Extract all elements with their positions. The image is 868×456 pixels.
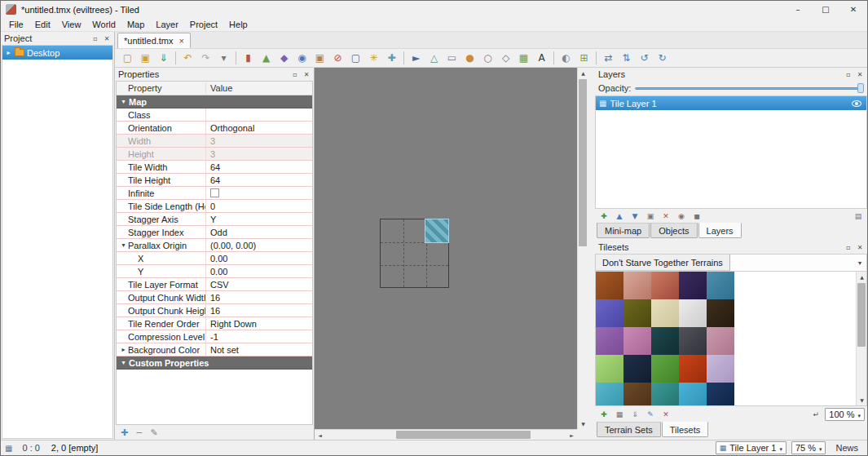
tileset-zoom-combo[interactable]: 100 % <box>825 408 865 421</box>
horizontal-scrollbar-thumb[interactable] <box>396 431 531 439</box>
lower-layer-icon[interactable]: ▼ <box>628 210 641 222</box>
rect-select-icon[interactable]: ▢ <box>347 50 364 66</box>
property-value[interactable]: 64 <box>206 161 312 173</box>
property-value[interactable]: Y <box>206 213 312 225</box>
maximize-button[interactable]: □ <box>812 1 839 18</box>
tileset-tile[interactable] <box>596 355 623 383</box>
tileset-tile[interactable] <box>679 327 707 355</box>
scroll-down-icon[interactable]: ▼ <box>857 395 867 405</box>
float-panel-icon[interactable]: ▫ <box>291 71 299 78</box>
expander-icon[interactable]: ▸ <box>119 346 128 353</box>
expander-icon[interactable]: ▾ <box>119 241 128 249</box>
tileset-tile[interactable] <box>623 327 651 355</box>
tileset-scrollbar[interactable]: ▲ ▼ <box>856 272 866 405</box>
wang-brush-icon[interactable]: ◆ <box>275 50 293 66</box>
edit-property-icon[interactable]: ✎ <box>150 427 157 438</box>
property-row[interactable]: Tile Render OrderRight Down <box>117 317 312 330</box>
embed-tileset-icon[interactable]: ▦ <box>613 408 626 420</box>
property-row[interactable]: Height3 <box>117 148 312 161</box>
property-row[interactable]: Tile Layer FormatCSV <box>117 278 312 291</box>
property-value[interactable]: Odd <box>206 226 312 238</box>
raise-layer-icon[interactable]: ▲ <box>613 210 626 222</box>
tileset-tile[interactable] <box>623 383 651 406</box>
menu-edit[interactable]: Edit <box>29 19 56 30</box>
shape-fill-icon[interactable]: ▣ <box>311 50 328 66</box>
tileset-tile[interactable] <box>623 272 651 299</box>
close-panel-icon[interactable]: ✕ <box>103 35 111 42</box>
scroll-left-icon[interactable]: ◄ <box>315 430 325 440</box>
redo-icon[interactable]: ↷ <box>197 50 214 66</box>
tileset-tile[interactable] <box>707 383 734 406</box>
menu-layer[interactable]: Layer <box>150 19 184 30</box>
tileset-tile[interactable] <box>651 299 679 327</box>
float-panel-icon[interactable]: ▫ <box>844 244 853 251</box>
tileset-tile[interactable] <box>596 272 623 299</box>
property-row[interactable]: X0.00 <box>117 252 312 265</box>
property-value[interactable]: 16 <box>206 304 312 317</box>
property-row[interactable]: Output Chunk Height16 <box>117 304 312 317</box>
property-row[interactable]: Tile Width64 <box>117 161 312 174</box>
save-icon[interactable]: ⇓ <box>155 50 172 66</box>
tileset-tile[interactable] <box>707 327 734 355</box>
property-value[interactable]: 0.00 <box>206 252 312 264</box>
scroll-up-icon[interactable]: ▲ <box>857 272 867 282</box>
document-tab[interactable]: *untitled.tmx× <box>117 33 191 48</box>
property-value[interactable]: 0 <box>206 200 312 212</box>
scroll-up-icon[interactable]: ▲ <box>578 68 588 78</box>
insert-ellipse-icon[interactable]: ○ <box>479 50 496 66</box>
tileset-tile[interactable] <box>623 299 651 327</box>
tileset-tile[interactable] <box>651 383 679 406</box>
tab-close-icon[interactable]: × <box>179 36 184 46</box>
history-dropdown-icon[interactable]: ▾ <box>215 50 232 66</box>
property-value[interactable] <box>206 108 312 121</box>
rotate-left-icon[interactable]: ↺ <box>636 50 653 66</box>
property-value[interactable]: 16 <box>206 291 312 303</box>
property-row[interactable]: Tile Height64 <box>117 174 312 187</box>
tileset-tile[interactable] <box>651 355 679 383</box>
new-layer-icon[interactable]: ✚ <box>597 210 610 222</box>
property-value[interactable]: 3 <box>206 135 312 147</box>
duplicate-layer-icon[interactable]: ▣ <box>644 210 657 222</box>
dock-tab-objects[interactable]: Objects <box>650 223 697 238</box>
tileset-tile[interactable] <box>707 272 734 299</box>
remove-layer-icon[interactable]: ✕ <box>659 210 672 222</box>
project-item[interactable]: ▸Desktop <box>2 46 112 60</box>
remove-tileset-icon[interactable]: ✕ <box>659 408 672 420</box>
tileset-dropdown-icon[interactable] <box>853 255 866 271</box>
menu-world[interactable]: World <box>86 19 121 30</box>
news-link[interactable]: News <box>835 443 858 453</box>
lock-layer-icon[interactable]: ◼ <box>690 210 703 222</box>
tileset-tile[interactable] <box>679 355 707 383</box>
tileset-tile[interactable] <box>596 383 623 406</box>
flip-horizontal-icon[interactable]: ⇄ <box>600 50 617 66</box>
insert-polygon-icon[interactable]: ◇ <box>497 50 514 66</box>
tileset-tile[interactable] <box>623 355 651 383</box>
scroll-down-icon[interactable]: ▼ <box>578 418 588 429</box>
tileset-tile[interactable] <box>679 299 707 327</box>
property-row[interactable]: Stagger AxisY <box>117 213 312 226</box>
insert-tile-icon[interactable]: ▦ <box>515 50 532 66</box>
checkbox-unchecked[interactable] <box>210 188 219 197</box>
property-value[interactable]: 3 <box>206 148 312 160</box>
rotate-right-icon[interactable]: ↻ <box>654 50 671 66</box>
canvas-horizontal-scrollbar[interactable]: ◄ ► <box>315 429 577 440</box>
close-button[interactable]: ✕ <box>839 1 867 18</box>
magic-wand-icon[interactable]: ✳ <box>365 50 382 66</box>
property-value[interactable]: Orthogonal <box>206 122 312 134</box>
property-value[interactable]: (0.00, 0.00) <box>206 239 312 251</box>
property-row[interactable]: Stagger IndexOdd <box>117 226 312 239</box>
add-property-icon[interactable]: ✚ <box>121 427 128 438</box>
close-panel-icon[interactable]: ✕ <box>856 244 864 251</box>
property-group-header[interactable]: ▾Custom Properties <box>117 356 312 370</box>
current-layer-combo[interactable]: ▦ Tile Layer 1 <box>716 441 786 454</box>
remove-property-icon[interactable]: − <box>135 427 143 438</box>
visibility-toggle[interactable] <box>852 100 863 107</box>
minimize-button[interactable]: – <box>784 1 812 18</box>
dock-tab-layers[interactable]: Layers <box>698 223 742 238</box>
tileset-tile[interactable] <box>707 299 734 327</box>
property-row[interactable]: Infinite <box>117 187 312 200</box>
property-value[interactable] <box>206 187 312 199</box>
tileset-scrollbar-thumb[interactable] <box>857 283 866 347</box>
property-row[interactable]: Class <box>117 108 312 122</box>
float-panel-icon[interactable]: ▫ <box>91 35 99 42</box>
